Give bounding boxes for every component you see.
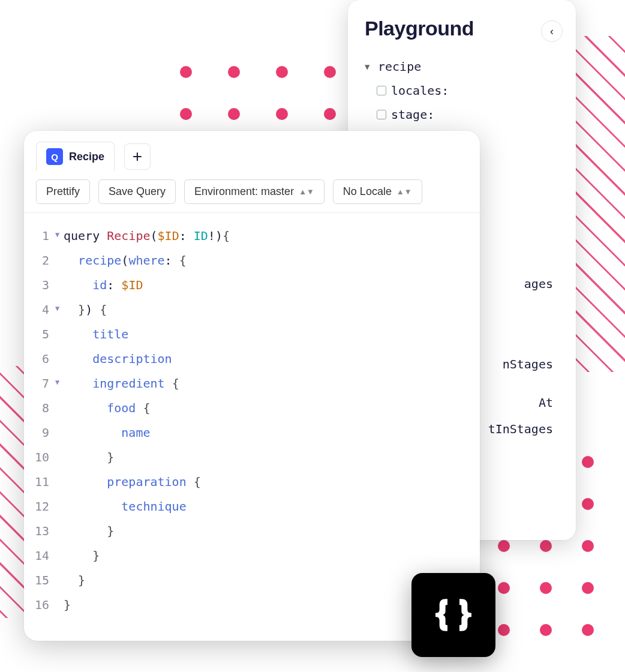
code-editor[interactable]: 1▼query Recipe($ID: ID!){2 recipe(where:…	[24, 213, 480, 628]
line-number: 9	[34, 421, 55, 445]
fold-caret-icon	[55, 445, 64, 470]
code-text: preparation {	[64, 470, 201, 494]
code-line: 1▼query Recipe($ID: ID!){	[34, 224, 470, 248]
prettify-button[interactable]: Prettify	[36, 179, 90, 204]
decorative-dots-top	[180, 66, 336, 120]
code-line: 3 id: $ID	[34, 273, 470, 298]
checkbox-icon[interactable]	[377, 110, 386, 119]
line-number: 16	[34, 593, 55, 617]
tree-arg-locales[interactable]: locales:	[365, 79, 559, 103]
code-badge	[411, 573, 495, 657]
fold-caret-icon	[55, 593, 64, 617]
query-editor-panel: Q Recipe + Prettify Save Query Environme…	[24, 131, 480, 641]
code-text: query Recipe($ID: ID!){	[64, 224, 230, 248]
code-text: }	[64, 519, 114, 544]
tree-node-recipe[interactable]: ▼ recipe	[365, 55, 559, 79]
checkbox-icon[interactable]	[377, 86, 386, 95]
code-text: name	[64, 421, 151, 445]
code-text: technique	[64, 494, 187, 519]
query-badge-icon: Q	[46, 148, 63, 165]
code-line: 11 preparation {	[34, 470, 470, 494]
save-query-button[interactable]: Save Query	[98, 179, 176, 204]
add-tab-button[interactable]: +	[124, 143, 151, 170]
tree-arg-label: locales:	[391, 79, 449, 103]
line-number: 7	[34, 371, 55, 396]
fold-caret-icon	[55, 273, 64, 298]
code-text: }	[64, 568, 85, 593]
tree-arg-label: stage:	[391, 103, 434, 127]
code-text: food {	[64, 396, 151, 421]
tab-recipe[interactable]: Q Recipe	[36, 142, 115, 171]
line-number: 12	[34, 494, 55, 519]
tab-bar: Q Recipe +	[24, 131, 480, 171]
code-line: 14 }	[34, 544, 470, 568]
environment-select[interactable]: Environment: master ▲▼	[184, 179, 324, 204]
code-text: ingredient {	[64, 371, 179, 396]
line-number: 2	[34, 248, 55, 273]
code-text: recipe(where: {	[64, 248, 187, 273]
line-number: 8	[34, 396, 55, 421]
code-line: 8 food {	[34, 396, 470, 421]
code-line: 5 title	[34, 322, 470, 347]
code-line: 6 description	[34, 347, 470, 371]
playground-title: Playground	[365, 17, 559, 40]
locale-label: No Locale	[343, 185, 392, 198]
code-line: 12 technique	[34, 494, 470, 519]
fold-caret-icon	[55, 470, 64, 494]
line-number: 11	[34, 470, 55, 494]
line-number: 1	[34, 224, 55, 248]
code-text: }) {	[64, 298, 107, 322]
code-text: }	[64, 445, 114, 470]
explorer-tree: ▼ recipe locales: stage:	[365, 55, 559, 127]
code-line: 4▼ }) {	[34, 298, 470, 322]
code-line: 16}	[34, 593, 470, 617]
editor-toolbar: Prettify Save Query Environment: master …	[24, 171, 480, 213]
fold-caret-icon[interactable]: ▼	[55, 371, 64, 396]
code-line: 2 recipe(where: {	[34, 248, 470, 273]
line-number: 14	[34, 544, 55, 568]
fold-caret-icon[interactable]: ▼	[55, 298, 64, 322]
line-number: 15	[34, 568, 55, 593]
plus-icon: +	[133, 147, 142, 166]
code-text: }	[64, 544, 100, 568]
code-line: 9 name	[34, 421, 470, 445]
sort-icon: ▲▼	[299, 187, 314, 196]
code-text: }	[64, 593, 71, 617]
code-line: 10 }	[34, 445, 470, 470]
caret-down-icon: ▼	[365, 58, 373, 75]
line-number: 5	[34, 322, 55, 347]
fold-caret-icon	[55, 347, 64, 371]
fold-caret-icon	[55, 519, 64, 544]
tab-label: Recipe	[69, 151, 104, 163]
tree-node-label: recipe	[378, 55, 421, 79]
fold-caret-icon	[55, 248, 64, 273]
code-line: 15 }	[34, 568, 470, 593]
fold-caret-icon	[55, 544, 64, 568]
code-line: 7▼ ingredient {	[34, 371, 470, 396]
line-number: 10	[34, 445, 55, 470]
collapse-button[interactable]: ‹	[541, 20, 563, 42]
code-line: 13 }	[34, 519, 470, 544]
line-number: 13	[34, 519, 55, 544]
sort-icon: ▲▼	[396, 187, 412, 196]
line-number: 3	[34, 273, 55, 298]
tree-arg-stage[interactable]: stage:	[365, 103, 559, 127]
locale-select[interactable]: No Locale ▲▼	[333, 179, 422, 204]
fold-caret-icon	[55, 421, 64, 445]
fold-caret-icon[interactable]: ▼	[55, 224, 64, 248]
fold-caret-icon	[55, 494, 64, 519]
fold-caret-icon	[55, 568, 64, 593]
fold-caret-icon	[55, 396, 64, 421]
line-number: 6	[34, 347, 55, 371]
code-text: title	[64, 322, 128, 347]
code-text: description	[64, 347, 172, 371]
code-text: id: $ID	[64, 273, 143, 298]
environment-label: Environment: master	[194, 185, 294, 198]
chevron-left-icon: ‹	[550, 25, 554, 38]
line-number: 4	[34, 298, 55, 322]
fold-caret-icon	[55, 322, 64, 347]
curly-braces-icon	[429, 591, 477, 639]
